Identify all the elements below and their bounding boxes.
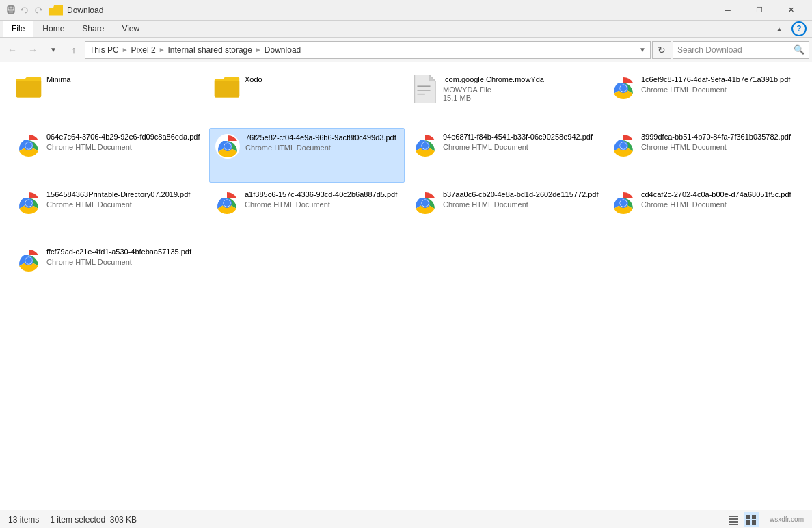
file-name: Minima <box>46 75 202 84</box>
minimize-button[interactable]: ─ <box>712 0 744 21</box>
breadcrumb-item-download[interactable]: Download <box>265 45 301 55</box>
file-item[interactable]: .com.google.Chrome.mowYdaMOWYDA File15.1… <box>407 70 603 125</box>
file-info: a1f385c6-157c-4336-93cd-40c2b6a887d5.pdf… <box>245 189 401 209</box>
file-name: 1c6ef9c8-1176-4daf-9efa-41b7e71a391b.pdf <box>641 75 797 84</box>
status-bar: 13 items 1 item selected 303 KB wsxdfr.c… <box>0 510 812 528</box>
svg-rect-48 <box>729 516 738 517</box>
file-item[interactable]: 064e7c64-3706-4b29-92e6-fd09c8a86eda.pdf… <box>11 128 206 183</box>
file-item[interactable]: Xodo <box>209 70 405 125</box>
svg-marker-4 <box>40 9 42 11</box>
svg-rect-54 <box>746 520 750 525</box>
file-info: 76f25e82-cf04-4e9a-96b6-9acf8f0c499d3.pd… <box>245 133 400 152</box>
address-bar[interactable]: This PC ► Pixel 2 ► Internal shared stor… <box>85 41 651 59</box>
file-item[interactable]: 76f25e82-cf04-4e9a-96b6-9acf8f0c499d3.pd… <box>209 128 405 183</box>
file-item[interactable]: b37aa0c6-cb20-4e8a-bd1d-2602de115772.pdf… <box>407 185 603 240</box>
search-placeholder: Search Download <box>677 45 791 55</box>
svg-point-39 <box>422 200 429 207</box>
tab-view[interactable]: View <box>113 21 148 37</box>
view-details-button[interactable] <box>726 512 741 527</box>
svg-point-43 <box>620 200 627 207</box>
up-button[interactable]: ↑ <box>64 40 83 60</box>
breadcrumb-item-pixel2[interactable]: Pixel 2 <box>131 45 156 55</box>
svg-rect-55 <box>752 520 756 525</box>
svg-point-31 <box>25 200 32 207</box>
file-subtype: Chrome HTML Document <box>641 200 797 209</box>
search-box[interactable]: Search Download 🔍 <box>673 41 809 59</box>
tab-home[interactable]: Home <box>33 21 73 37</box>
forward-button[interactable]: → <box>23 40 42 60</box>
breadcrumb-item-internal[interactable]: Internal shared storage <box>168 45 252 55</box>
breadcrumb-sep-2: ► <box>159 46 165 53</box>
file-subtype: Chrome HTML Document <box>245 200 401 209</box>
file-item[interactable]: a1f385c6-157c-4336-93cd-40c2b6a887d5.pdf… <box>209 185 405 240</box>
recent-button[interactable]: ▼ <box>44 40 63 60</box>
file-info: 1c6ef9c8-1176-4daf-9efa-41b7e71a391b.pdf… <box>641 75 797 94</box>
file-info: Xodo <box>245 75 401 84</box>
breadcrumb-item-thispc[interactable]: This PC <box>90 45 119 55</box>
file-subtype: Chrome HTML Document <box>46 200 202 209</box>
ribbon: File Home Share View ▲ ? <box>0 21 812 38</box>
chrome-icon <box>15 247 42 274</box>
file-subtype: Chrome HTML Document <box>443 200 599 209</box>
file-name: b37aa0c6-cb20-4e8a-bd1d-2602de115772.pdf <box>443 189 599 199</box>
svg-rect-2 <box>8 11 14 13</box>
maximize-button[interactable]: ☐ <box>744 0 775 21</box>
file-item[interactable]: Minima <box>11 70 206 125</box>
file-info: b37aa0c6-cb20-4e8a-bd1d-2602de115772.pdf… <box>443 189 599 209</box>
chrome-icon <box>15 189 42 217</box>
file-item[interactable]: cd4caf2c-2702-4c0a-b00e-d74a68051f5c.pdf… <box>606 185 801 240</box>
undo-icon <box>19 5 30 16</box>
wsxdfr-logo: wsxdfr.com <box>770 516 804 523</box>
svg-marker-3 <box>21 9 23 11</box>
back-button[interactable]: ← <box>3 40 22 60</box>
svg-rect-50 <box>729 521 738 523</box>
chrome-icon <box>610 132 637 159</box>
chrome-icon <box>213 189 241 217</box>
file-subtype: Chrome HTML Document <box>245 144 400 152</box>
file-item[interactable]: ffcf79ad-c21e-4fd1-a530-4bfebaa57135.pdf… <box>11 243 206 298</box>
file-subtype: Chrome HTML Document <box>641 143 797 151</box>
ribbon-tabs: File Home Share View ▲ ? <box>0 21 812 37</box>
chrome-icon <box>411 132 439 159</box>
close-button[interactable]: ✕ <box>775 0 807 21</box>
title-bar-icons <box>5 5 44 16</box>
refresh-button[interactable]: ↻ <box>652 41 671 59</box>
tab-share[interactable]: Share <box>73 21 113 37</box>
file-name: 76f25e82-cf04-4e9a-96b6-9acf8f0c499d3.pd… <box>245 133 400 142</box>
file-info: ffcf79ad-c21e-4fd1-a530-4bfebaa57135.pdf… <box>46 247 202 266</box>
save-icon <box>5 5 16 16</box>
file-item[interactable]: 3999dfca-bb51-4b70-84fa-7f361b035782.pdf… <box>606 128 801 183</box>
file-size: 15.1 MB <box>443 94 599 102</box>
svg-point-27 <box>620 142 627 149</box>
help-button[interactable]: ? <box>791 21 807 36</box>
main-content: Minima Xodo .com.google.Chrome.mowYdaMOW… <box>0 62 812 510</box>
file-name: 3999dfca-bb51-4b70-84fa-7f361b035782.pdf <box>641 132 797 142</box>
file-name: Xodo <box>245 75 401 84</box>
svg-point-15 <box>25 142 32 149</box>
file-name: 1564584363Printable-Directory07.2019.pdf <box>46 189 202 199</box>
file-name: a1f385c6-157c-4336-93cd-40c2b6a887d5.pdf <box>245 189 401 199</box>
file-item[interactable]: 1564584363Printable-Directory07.2019.pdf… <box>11 185 206 240</box>
tab-file[interactable]: File <box>3 21 33 37</box>
window-controls[interactable]: ─ ☐ ✕ <box>712 0 807 21</box>
file-item[interactable]: 1c6ef9c8-1176-4daf-9efa-41b7e71a391b.pdf… <box>606 70 801 125</box>
file-name: ffcf79ad-c21e-4fd1-a530-4bfebaa57135.pdf <box>46 247 202 256</box>
svg-rect-52 <box>746 515 750 519</box>
view-tiles-button[interactable] <box>744 512 759 527</box>
ribbon-expand-button[interactable]: ▲ <box>770 19 789 38</box>
svg-point-23 <box>422 142 429 149</box>
file-subtype: MOWYDA File <box>443 85 599 94</box>
svg-point-19 <box>224 143 231 150</box>
file-info: 064e7c64-3706-4b29-92e6-fd09c8a86eda.pdf… <box>46 132 202 151</box>
folder-icon <box>15 75 42 102</box>
file-info: 94e687f1-f84b-4541-b33f-06c90258e942.pdf… <box>443 132 599 151</box>
file-grid: Minima Xodo .com.google.Chrome.mowYdaMOW… <box>0 62 812 510</box>
search-icon[interactable]: 🔍 <box>794 44 804 55</box>
file-item[interactable]: 94e687f1-f84b-4541-b33f-06c90258e942.pdf… <box>407 128 603 183</box>
chrome-icon <box>610 189 637 217</box>
svg-rect-49 <box>729 518 738 520</box>
folder-icon <box>49 5 63 16</box>
chrome-icon <box>15 132 42 159</box>
view-options <box>726 512 759 527</box>
address-bar-dropdown[interactable]: ▼ <box>639 46 646 53</box>
